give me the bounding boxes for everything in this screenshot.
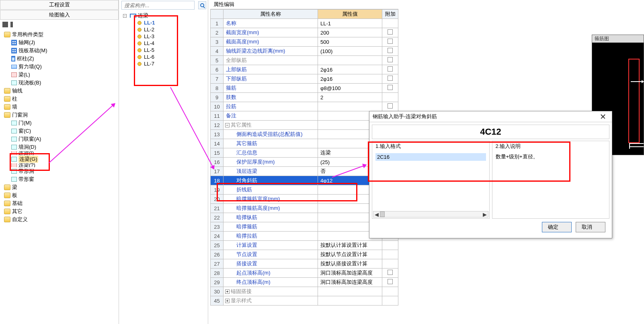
- tree-root[interactable]: 常用构件类型: [4, 31, 118, 39]
- prop-name[interactable]: 上部纵筋: [224, 65, 318, 74]
- prop-row-4[interactable]: 4 轴线距梁左边线距离(mm) (100): [211, 47, 398, 56]
- prop-name[interactable]: 起点顶标高(m): [224, 269, 318, 278]
- prop-value[interactable]: 按默认计算设置计算: [318, 241, 382, 250]
- prop-value[interactable]: (100): [318, 47, 382, 56]
- prop-row-10[interactable]: 10 拉筋: [211, 102, 398, 111]
- prop-value[interactable]: 2: [318, 93, 382, 102]
- prop-row-7[interactable]: 7 下部纵筋 2φ16: [211, 74, 398, 84]
- tree-item-1[interactable]: 筏板基础(M): [4, 47, 118, 55]
- panel-header-1[interactable]: 工程设置: [0, 0, 119, 10]
- prop-row-9[interactable]: 9 肢数 2: [211, 93, 398, 102]
- prop-row-27[interactable]: 27 搭接设置 按默认搭接设置计算: [211, 259, 398, 269]
- prop-value[interactable]: 按默认节点设置计算: [318, 250, 382, 259]
- prop-name[interactable]: −其它属性: [224, 121, 318, 130]
- prop-value[interactable]: LL-1: [318, 19, 382, 28]
- prop-addon[interactable]: [382, 102, 398, 111]
- prop-name[interactable]: 其它箍筋: [224, 139, 318, 148]
- checkbox[interactable]: [388, 270, 393, 275]
- checkbox[interactable]: [388, 29, 393, 35]
- bottom-folder-2[interactable]: 基础: [4, 199, 118, 207]
- prop-name[interactable]: 暗撑纵筋: [224, 213, 318, 222]
- prop-value[interactable]: [318, 56, 382, 65]
- prop-addon[interactable]: [382, 269, 398, 278]
- door-item-1[interactable]: 窗(C): [4, 127, 118, 135]
- prop-row-28[interactable]: 28 起点顶标高(m) 洞口顶标高加连梁高度: [211, 269, 398, 278]
- prop-name[interactable]: 备注: [224, 111, 318, 121]
- tree-item-2[interactable]: 框柱(Z): [4, 55, 118, 63]
- prop-name[interactable]: 顶层连梁: [224, 167, 318, 176]
- format-item[interactable]: 2C16: [375, 153, 486, 161]
- comp-item-2[interactable]: LL-3: [123, 33, 205, 40]
- comp-item-0[interactable]: LL-1: [123, 19, 205, 26]
- checkbox[interactable]: [388, 39, 393, 44]
- prop-row-3[interactable]: 3 截面高度(mm) 500: [211, 37, 398, 47]
- prop-name[interactable]: 下部纵筋: [224, 74, 318, 84]
- prop-row-2[interactable]: 2 截面宽度(mm) 200: [211, 28, 398, 37]
- comp-item-3[interactable]: LL-4: [123, 40, 205, 47]
- prop-name[interactable]: 保护层厚度(mm): [224, 158, 318, 167]
- expand-icon[interactable]: +: [225, 289, 230, 294]
- prop-name[interactable]: 终点顶标高(m): [224, 278, 318, 287]
- prop-addon[interactable]: [382, 47, 398, 56]
- prop-value[interactable]: 洞口顶标高加连梁高度: [318, 278, 382, 287]
- prop-row-25[interactable]: 25 计算设置 按默认计算设置计算: [211, 241, 398, 250]
- scroll-left-icon[interactable]: ◀: [373, 211, 380, 217]
- prop-name[interactable]: 暗撑拉筋: [224, 232, 318, 241]
- collapse-icon[interactable]: -: [123, 14, 127, 18]
- bottom-folder-4[interactable]: 自定义: [4, 215, 118, 224]
- prop-value[interactable]: [318, 102, 382, 111]
- prop-addon[interactable]: [382, 278, 398, 287]
- comp-item-6[interactable]: LL-7: [123, 60, 205, 67]
- prop-name[interactable]: +显示样式: [224, 296, 318, 306]
- prop-name[interactable]: 名称: [224, 19, 318, 28]
- post-item-1[interactable]: 带形窗: [4, 175, 118, 183]
- link-beam-item[interactable]: 连梁(G): [4, 155, 118, 163]
- checkbox[interactable]: [388, 76, 393, 81]
- search-button[interactable]: [198, 1, 206, 9]
- tree-item-5[interactable]: 现浇板(B): [4, 79, 118, 87]
- panel-header-2[interactable]: 绘图输入: [0, 10, 119, 20]
- prop-value[interactable]: [318, 296, 382, 306]
- checkbox[interactable]: [388, 279, 393, 284]
- comp-item-1[interactable]: LL-2: [123, 26, 205, 33]
- close-icon[interactable]: [597, 113, 609, 120]
- prop-row-5[interactable]: 5 全部纵筋: [211, 56, 398, 65]
- checkbox[interactable]: [388, 85, 393, 90]
- prop-name[interactable]: 节点设置: [224, 250, 318, 259]
- prop-row-8[interactable]: 8 箍筋 φ8@100: [211, 84, 398, 93]
- prop-name[interactable]: 搭接设置: [224, 259, 318, 269]
- prop-name[interactable]: 截面宽度(mm): [224, 28, 318, 37]
- prop-value[interactable]: 200: [318, 28, 382, 37]
- door-item-0[interactable]: 门(M): [4, 119, 118, 127]
- prop-addon[interactable]: [382, 84, 398, 93]
- prop-name[interactable]: 截面高度(mm): [224, 37, 318, 47]
- prop-addon[interactable]: [382, 56, 398, 65]
- prop-name[interactable]: 轴线距梁左边线距离(mm): [224, 47, 318, 56]
- prop-value[interactable]: 500: [318, 37, 382, 47]
- checkbox[interactable]: [388, 48, 393, 53]
- prop-addon[interactable]: [382, 74, 398, 84]
- bottom-folder-1[interactable]: 板: [4, 191, 118, 199]
- prop-value[interactable]: 2φ16: [318, 74, 382, 84]
- comp-item-4[interactable]: LL-5: [123, 47, 205, 53]
- prop-name[interactable]: 对角斜筋: [224, 176, 318, 185]
- tree-item-3[interactable]: 剪力墙(Q): [4, 63, 118, 71]
- h-scrollbar[interactable]: ◀ ▶: [373, 211, 488, 217]
- tree-item-0[interactable]: 轴网(J): [4, 39, 118, 47]
- prop-name[interactable]: 暗撑箍筋: [224, 222, 318, 232]
- prop-value[interactable]: 洞口顶标高加连梁高度: [318, 269, 382, 278]
- prop-value[interactable]: φ8@100: [318, 84, 382, 93]
- prop-row-26[interactable]: 26 节点设置 按默认节点设置计算: [211, 250, 398, 259]
- prop-name[interactable]: 拉筋: [224, 102, 318, 111]
- prop-row-30[interactable]: 30 +锚固搭接: [211, 287, 398, 296]
- comp-root[interactable]: -连梁: [123, 12, 205, 19]
- prop-name[interactable]: 侧面构造或受扭筋(总配筋值): [224, 130, 318, 139]
- door-item-2[interactable]: 门联窗(A): [4, 135, 118, 143]
- post-item-0[interactable]: 带形洞: [4, 167, 118, 175]
- bottom-folder-3[interactable]: 其它: [4, 207, 118, 215]
- prop-value[interactable]: 2φ16: [318, 65, 382, 74]
- comp-item-5[interactable]: LL-6: [123, 53, 205, 60]
- prop-addon[interactable]: [382, 65, 398, 74]
- trunc-item[interactable]: 连梁(?): [4, 163, 118, 167]
- tree-folder-0[interactable]: 轴线: [4, 87, 118, 95]
